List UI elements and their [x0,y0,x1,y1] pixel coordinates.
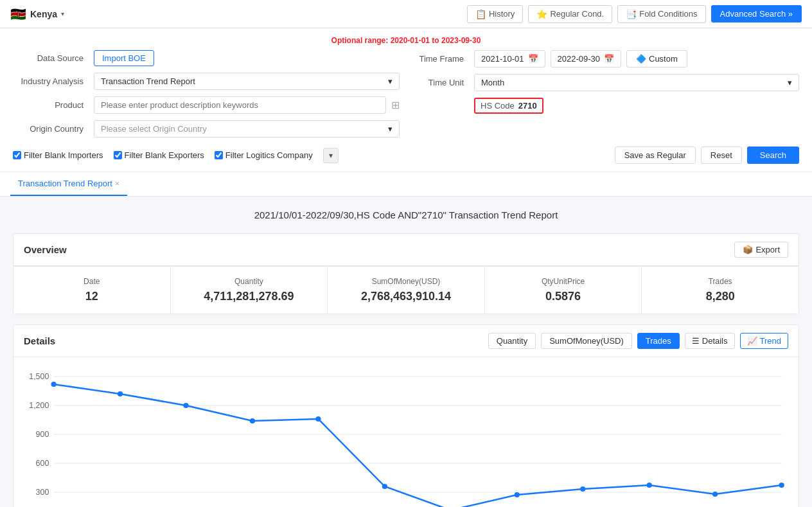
tabs-bar: Transaction Trend Report × [0,172,812,197]
history-icon: 📋 [475,9,486,19]
history-label: History [489,9,515,19]
start-date-value: 2021-10-01 [481,54,524,64]
details-view-label: Details [702,336,728,346]
country-selector[interactable]: 🇰🇪 Kenya ▾ [10,6,64,22]
origin-country-placeholder: Please select Origin Country [101,124,207,134]
hs-code-box: HS Code 2710 [474,98,543,114]
export-button[interactable]: 📦 Export [734,242,788,258]
industry-analysis-select[interactable]: Transaction Trend Report ▾ [94,73,400,90]
filter-exporters-input[interactable] [114,151,122,159]
details-header: Details Quantity SumOfMoney(USD) Trades … [13,325,799,357]
time-unit-select[interactable]: Month ▾ [474,74,799,91]
optional-range-value: 2020-01-01 to 2023-09-30 [391,36,481,45]
advanced-search-label: Advanced Search » [720,9,793,19]
country-name: Kenya [30,9,57,19]
custom-icon: 🔷 [636,54,646,64]
filter-logitics-checkbox[interactable]: Filter Logitics Company [215,150,313,160]
stat-quantity-label: Quantity [181,277,317,286]
reset-button[interactable]: Reset [701,147,742,164]
svg-text:300: 300 [36,488,49,497]
filter-blank-importers-checkbox[interactable]: Filter Blank Importers [13,150,103,160]
report-title: 2021/10/01-2022/09/30,HS Code AND"2710" … [13,209,799,220]
import-boe-button[interactable]: Import BOE [94,50,154,66]
svg-text:1,200: 1,200 [29,401,49,410]
save-regular-button[interactable]: Save as Regular [615,147,696,164]
origin-country-row: Origin Country Please select Origin Coun… [13,120,400,138]
left-form-col: Data Source Import BOE Industry Analysis… [13,50,400,144]
tab-transaction-trend[interactable]: Transaction Trend Report × [10,172,127,196]
star-icon: ⭐ [536,9,547,19]
chart-point [183,403,188,408]
scan-icon[interactable]: ⊞ [391,99,400,111]
chart-area: 1,500 1,200 900 600 300 0 [13,357,799,507]
chevron-down-icon: ▾ [61,10,64,17]
svg-text:900: 900 [36,430,49,439]
custom-button[interactable]: 🔷 Custom [626,50,687,67]
filter-blank-exporters-checkbox[interactable]: Filter Blank Exporters [114,150,204,160]
regular-cond-label: Regular Cond. [550,9,604,19]
stat-qty-value: 0.5876 [495,290,631,303]
stat-sum-money: SumOfMoney(USD) 2,768,463,910.14 [328,267,485,314]
stat-trades: Trades 8,280 [642,267,799,314]
chart-point [51,382,56,387]
history-button[interactable]: 📋 History [467,5,523,23]
hs-code-label: HS Code [481,101,515,111]
filter-logitics-input[interactable] [215,151,223,159]
end-date-input[interactable]: 2022-09-30 📅 [551,50,622,67]
fold-icon: 📑 [626,9,637,19]
filter-logitics-label: Filter Logitics Company [225,150,313,160]
search-button[interactable]: Search [747,147,799,164]
search-panel: Optional range: 2020-01-01 to 2023-09-30… [0,28,812,172]
fold-conditions-button[interactable]: 📑 Fold Conditions [617,5,705,23]
filter-importers-input[interactable] [13,151,21,159]
industry-analysis-row: Industry Analysis Transaction Trend Repo… [13,73,400,90]
trend-chart: 1,500 1,200 900 600 300 0 [24,370,788,507]
stat-qty-label: QtyUnitPrice [495,277,631,286]
end-date-value: 2022-09-30 [558,54,601,64]
regular-cond-button[interactable]: ⭐ Regular Cond. [528,5,612,23]
chart-point [382,484,387,489]
trend-view-label: Trend [760,336,781,346]
filter-row: Filter Blank Importers Filter Blank Expo… [13,147,799,164]
top-bar-right: 📋 History ⭐ Regular Cond. 📑 Fold Conditi… [467,5,802,23]
trades-control-button[interactable]: Trades [637,333,680,349]
time-unit-value: Month [481,78,504,87]
optional-range: Optional range: 2020-01-01 to 2023-09-30 [13,36,799,45]
stat-date-value: 12 [24,290,160,303]
start-date-input[interactable]: 2021-10-01 📅 [474,50,545,67]
stat-quantity: Quantity 4,711,281,278.69 [171,267,328,314]
details-view-button[interactable]: ☰ Details [685,333,735,349]
product-row: Product ⊞ [13,96,400,114]
overview-header: Overview 📦 Export [13,234,799,266]
filter-exporters-label: Filter Blank Exporters [125,150,204,160]
data-source-label: Data Source [13,53,84,63]
chart-point [118,391,123,396]
calendar-icon: 📅 [528,54,538,64]
top-bar: 🇰🇪 Kenya ▾ 📋 History ⭐ Regular Cond. 📑 F… [0,0,812,28]
sum-money-control-button[interactable]: SumOfMoney(USD) [541,333,632,349]
chevron-down-icon: ▾ [788,78,792,87]
details-controls: Quantity SumOfMoney(USD) Trades ☰ Detail… [488,333,788,349]
chevron-down-icon: ▾ [388,76,393,86]
advanced-search-button[interactable]: Advanced Search » [711,5,802,22]
stat-sum-value: 2,768,463,910.14 [338,290,474,303]
overview-title: Overview [24,244,67,255]
chart-point [647,483,652,488]
export-label: Export [755,245,780,254]
stat-sum-label: SumOfMoney(USD) [338,277,474,286]
expand-button[interactable]: ▾ [323,148,339,163]
chart-point [250,418,255,423]
quantity-control-button[interactable]: Quantity [488,333,536,349]
kenya-flag: 🇰🇪 [10,6,26,22]
tab-label: Transaction Trend Report [18,179,112,188]
industry-analysis-value: Transaction Trend Report [101,76,195,86]
industry-analysis-label: Industry Analysis [13,76,84,86]
origin-country-select[interactable]: Please select Origin Country ▾ [94,120,400,138]
product-input[interactable] [94,96,386,114]
time-frame-row: Time Frame 2021-10-01 📅 2022-09-30 📅 🔷 C… [412,50,799,67]
tab-close-icon[interactable]: × [115,179,119,188]
trend-view-button[interactable]: 📈 Trend [740,333,788,349]
stat-trades-label: Trades [652,277,788,286]
form-columns: Data Source Import BOE Industry Analysis… [13,50,799,144]
stat-quantity-value: 4,711,281,278.69 [181,290,317,303]
